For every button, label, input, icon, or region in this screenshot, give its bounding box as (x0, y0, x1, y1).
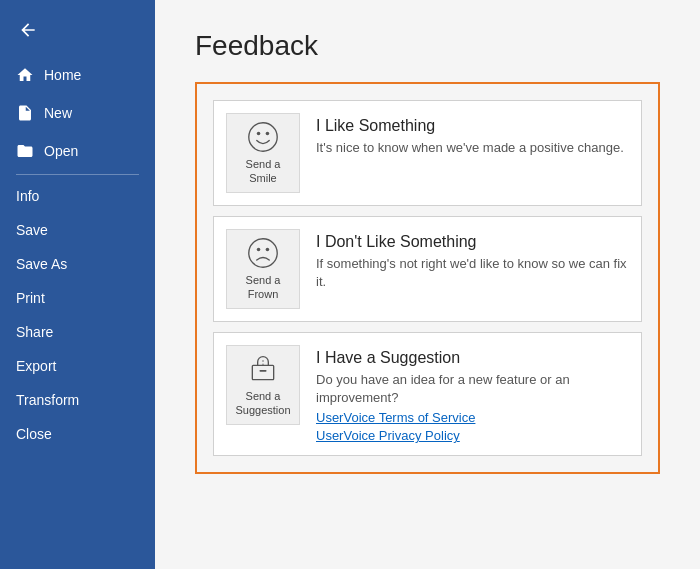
uservoice-terms-link[interactable]: UserVoice Terms of Service (316, 410, 629, 425)
svg-point-2 (266, 131, 270, 135)
sidebar-divider (16, 174, 139, 175)
main-content: Feedback Send aSmile I Like Something It… (155, 0, 700, 569)
svg-point-3 (249, 238, 277, 266)
back-button[interactable] (8, 10, 48, 50)
sidebar-item-close[interactable]: Close (0, 417, 155, 451)
sidebar-item-info[interactable]: Info (0, 179, 155, 213)
uservoice-privacy-link[interactable]: UserVoice Privacy Policy (316, 428, 629, 443)
smile-icon-label: Send aSmile (246, 157, 281, 186)
smile-text: I Like Something It's nice to know when … (316, 113, 629, 157)
sidebar-item-new-label: New (44, 105, 72, 121)
smile-description: It's nice to know when we've made a posi… (316, 139, 629, 157)
svg-point-4 (257, 247, 261, 251)
frown-icon (247, 237, 279, 269)
feedback-item-suggestion[interactable]: Send aSuggestion I Have a Suggestion Do … (213, 332, 642, 456)
page-title: Feedback (195, 30, 660, 62)
frown-description: If something's not right we'd like to kn… (316, 255, 629, 291)
feedback-container: Send aSmile I Like Something It's nice t… (195, 82, 660, 474)
sidebar-item-save[interactable]: Save (0, 213, 155, 247)
suggestion-title: I Have a Suggestion (316, 349, 629, 367)
sidebar-item-home-label: Home (44, 67, 81, 83)
suggestion-description: Do you have an idea for a new feature or… (316, 371, 629, 407)
sidebar-item-print[interactable]: Print (0, 281, 155, 315)
feedback-item-smile[interactable]: Send aSmile I Like Something It's nice t… (213, 100, 642, 206)
home-icon (16, 66, 34, 84)
frown-title: I Don't Like Something (316, 233, 629, 251)
frown-text: I Don't Like Something If something's no… (316, 229, 629, 291)
sidebar-item-export[interactable]: Export (0, 349, 155, 383)
sidebar-item-new[interactable]: New (0, 94, 155, 132)
new-icon (16, 104, 34, 122)
open-icon (16, 142, 34, 160)
feedback-item-frown[interactable]: Send aFrown I Don't Like Something If so… (213, 216, 642, 322)
suggestion-icon (247, 353, 279, 385)
svg-point-0 (249, 122, 277, 150)
sidebar-item-save-as[interactable]: Save As (0, 247, 155, 281)
suggestion-icon-label: Send aSuggestion (235, 389, 290, 418)
sidebar-item-home[interactable]: Home (0, 56, 155, 94)
sidebar-item-open[interactable]: Open (0, 132, 155, 170)
smile-icon-box: Send aSmile (226, 113, 300, 193)
smile-title: I Like Something (316, 117, 629, 135)
sidebar-item-transform[interactable]: Transform (0, 383, 155, 417)
sidebar-item-share[interactable]: Share (0, 315, 155, 349)
svg-rect-7 (259, 370, 266, 372)
svg-rect-6 (252, 365, 273, 379)
suggestion-text: I Have a Suggestion Do you have an idea … (316, 345, 629, 443)
svg-point-1 (257, 131, 261, 135)
frown-icon-box: Send aFrown (226, 229, 300, 309)
sidebar: Home New Open Info Save Save As Print Sh… (0, 0, 155, 569)
frown-icon-label: Send aFrown (246, 273, 281, 302)
suggestion-icon-box: Send aSuggestion (226, 345, 300, 425)
smile-icon (247, 121, 279, 153)
svg-point-5 (266, 247, 270, 251)
sidebar-item-open-label: Open (44, 143, 78, 159)
